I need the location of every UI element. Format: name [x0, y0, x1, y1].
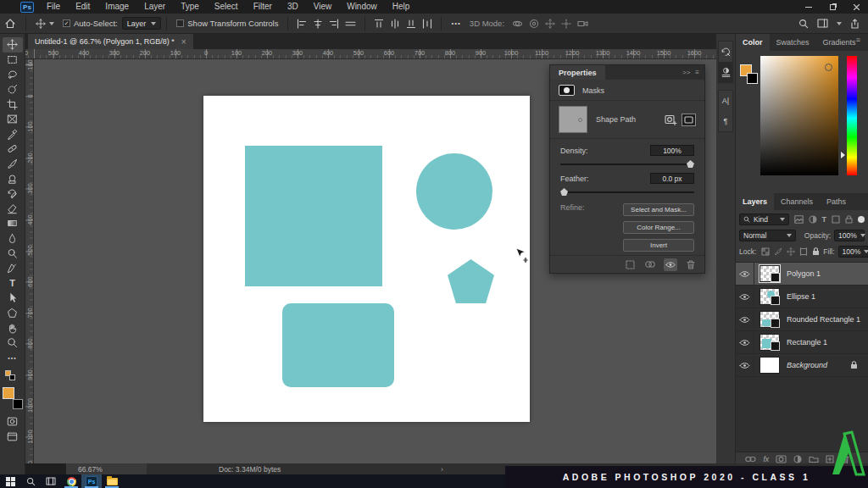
lock-position-icon[interactable]	[787, 247, 795, 256]
3d-slide-icon[interactable]	[561, 19, 571, 29]
menu-item[interactable]: 3D	[280, 0, 306, 14]
lock-pixels-icon[interactable]	[774, 247, 782, 256]
menu-item[interactable]: Help	[385, 0, 418, 14]
panel-menu-icon[interactable]: ≡	[695, 69, 699, 76]
layer-row[interactable]: Ellipse 1	[736, 286, 868, 308]
tool-path-selection[interactable]	[3, 291, 23, 306]
polygon-shape[interactable]	[448, 259, 494, 303]
default-colors-icon[interactable]	[5, 370, 15, 380]
panel-tab[interactable]: Channels	[774, 193, 820, 210]
tool-zoom[interactable]	[3, 336, 23, 351]
show-transform-checkbox[interactable]: Show Transform Controls	[172, 19, 282, 28]
menu-item[interactable]: Window	[339, 0, 385, 14]
background-color-swatch[interactable]	[13, 399, 23, 409]
tool-spot-healing-brush[interactable]	[3, 141, 23, 157]
share-icon[interactable]	[850, 19, 860, 29]
layer-visibility-toggle[interactable]	[736, 354, 754, 376]
layer-thumbnail[interactable]	[760, 357, 780, 374]
taskbar-chrome-button[interactable]	[61, 474, 81, 488]
add-mask-icon[interactable]	[776, 455, 787, 463]
rounded-rectangle-shape[interactable]	[282, 303, 394, 387]
tool-type[interactable]: T	[3, 276, 23, 291]
layer-visibility-toggle[interactable]	[736, 308, 754, 330]
align-top-icon[interactable]	[345, 19, 356, 29]
distribute-h-icon[interactable]	[422, 19, 432, 29]
tool-shape[interactable]	[3, 306, 23, 321]
taskbar-explorer-button[interactable]	[102, 474, 122, 488]
history-panel-button[interactable]	[719, 42, 732, 62]
taskbar-search-button[interactable]	[20, 474, 41, 488]
zoom-level-field[interactable]: 66.67%	[66, 463, 147, 474]
add-vector-mask-button[interactable]	[682, 114, 696, 126]
adjustment-layer-icon[interactable]	[793, 455, 802, 463]
move-tool-preset[interactable]	[31, 19, 58, 29]
tool-brush[interactable]	[3, 157, 23, 172]
screen-mode-button[interactable]	[3, 430, 23, 445]
more-options-button[interactable]: •••	[447, 19, 465, 27]
layer-row[interactable]: Background	[736, 354, 868, 377]
tool-blur[interactable]	[3, 231, 23, 247]
distribute-center-icon[interactable]	[390, 19, 400, 29]
density-value-field[interactable]: 100%	[650, 145, 694, 156]
edit-toolbar-button[interactable]: •••	[3, 350, 23, 365]
layer-row[interactable]: Rounded Rectangle 1	[736, 308, 868, 331]
background-color-swatch[interactable]	[747, 73, 758, 84]
density-slider[interactable]	[560, 164, 694, 165]
fill-dropdown[interactable]: 100%	[838, 246, 868, 258]
refine-button[interactable]: Invert	[623, 239, 694, 252]
filter-smart-object-icon[interactable]	[845, 215, 853, 224]
layer-visibility-toggle[interactable]	[736, 331, 754, 353]
align-right-icon[interactable]	[329, 19, 339, 29]
hue-slider-arrow[interactable]	[841, 152, 845, 158]
search-icon[interactable]	[798, 19, 809, 29]
layer-visibility-toggle[interactable]	[736, 263, 754, 285]
menu-item[interactable]: File	[39, 0, 68, 14]
tool-move[interactable]	[3, 37, 23, 53]
start-button[interactable]	[0, 474, 20, 488]
tool-rectangular-marquee[interactable]	[3, 53, 23, 68]
document-tab[interactable]: Untitled-1 @ 66.7% (Polygon 1, RGB/8) * …	[28, 34, 193, 49]
refine-button[interactable]: Color Range...	[623, 221, 694, 234]
tool-eraser[interactable]	[3, 202, 23, 217]
hue-slider[interactable]	[847, 56, 857, 175]
distribute-top-icon[interactable]	[374, 19, 384, 29]
distribute-bottom-icon[interactable]	[406, 19, 416, 29]
filter-image-icon[interactable]	[794, 215, 804, 224]
link-layers-icon[interactable]	[745, 456, 756, 463]
layer-visibility-toggle[interactable]	[736, 286, 754, 308]
layer-filter-dropdown[interactable]: Kind	[739, 214, 789, 225]
3d-pan-icon[interactable]	[545, 19, 555, 29]
delete-mask-button[interactable]	[684, 258, 698, 271]
document-canvas[interactable]	[203, 96, 530, 422]
layer-row[interactable]: Rectangle 1	[736, 331, 868, 354]
blend-mode-dropdown[interactable]: Normal	[739, 230, 796, 241]
color-gradient-field[interactable]	[760, 56, 838, 175]
properties-tab[interactable]: Properties	[550, 65, 605, 80]
tool-eyedropper[interactable]	[3, 127, 23, 142]
menu-item[interactable]: Select	[207, 0, 246, 14]
quick-mask-button[interactable]	[3, 414, 23, 430]
lock-all-icon[interactable]	[812, 247, 820, 256]
lock-transparent-icon[interactable]	[761, 247, 770, 256]
feather-value-field[interactable]: 0.0 px	[650, 173, 694, 184]
tool-frame[interactable]	[3, 112, 23, 127]
lock-artboard-icon[interactable]	[799, 247, 808, 256]
paragraph-panel-button[interactable]: ¶	[719, 111, 732, 131]
auto-select-checkbox[interactable]: ✓ Auto-Select:	[58, 19, 122, 28]
workspace-switcher-icon[interactable]	[817, 19, 828, 28]
shape-path-thumbnail[interactable]	[559, 106, 587, 133]
layer-style-button[interactable]: fx	[763, 455, 769, 463]
panel-menu-icon[interactable]: ≡	[856, 36, 865, 44]
ellipse-shape[interactable]	[416, 153, 492, 230]
mask-selection-button[interactable]	[623, 258, 637, 271]
auto-select-target-dropdown[interactable]: Layer	[122, 17, 162, 30]
collapse-panel-icon[interactable]: >>	[682, 69, 690, 76]
apply-mask-button[interactable]	[643, 258, 657, 271]
properties-header[interactable]: Properties >> ≡	[550, 65, 704, 80]
taskbar-photoshop-button[interactable]: Ps	[81, 474, 102, 488]
tool-pen[interactable]	[3, 261, 23, 276]
menu-item[interactable]: Layer	[136, 0, 173, 14]
panel-tab[interactable]: Paths	[820, 193, 853, 210]
layer-thumbnail[interactable]	[760, 265, 780, 282]
tool-clone-stamp[interactable]	[3, 171, 23, 186]
